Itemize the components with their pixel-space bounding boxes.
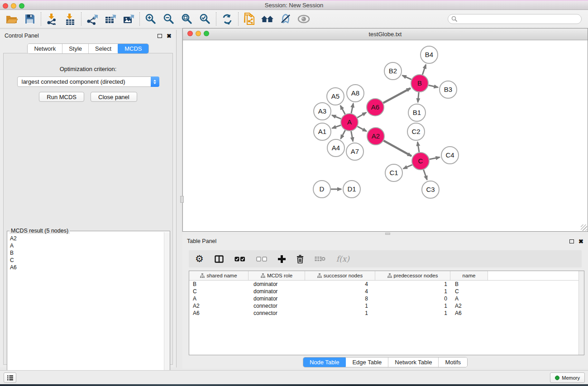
table-row[interactable]: Adominator80A: [189, 295, 584, 302]
cell-name[interactable]: C: [450, 288, 488, 295]
node-D1[interactable]: D1: [343, 181, 360, 198]
table-row[interactable]: A2connector11A2: [189, 302, 584, 310]
column-header-successor-nodes[interactable]: successor nodes: [305, 271, 375, 280]
add-icon[interactable]: [278, 255, 286, 263]
mcds-result-item[interactable]: A2: [10, 235, 164, 242]
search-input[interactable]: [448, 14, 582, 24]
node-A8[interactable]: A8: [347, 85, 364, 102]
table-row[interactable]: Bdominator41B: [189, 281, 584, 288]
node-A6[interactable]: A6: [367, 99, 384, 116]
node-B1[interactable]: B1: [408, 104, 425, 121]
network-canvas[interactable]: B4B2BB3A5A8A6A3B1AA1C2A2A4A7C4CC1C3DD1: [183, 40, 588, 231]
cell-shared-name[interactable]: C: [189, 288, 249, 295]
edge-A-A6[interactable]: [357, 113, 366, 118]
cell-name[interactable]: A: [450, 295, 488, 302]
table-tab-network-table[interactable]: Network Table: [388, 357, 439, 367]
cell-shared-name[interactable]: A6: [189, 310, 249, 316]
table-tab-motifs[interactable]: Motifs: [439, 357, 467, 367]
zoom-fit-icon[interactable]: [178, 11, 196, 27]
export-network-icon[interactable]: [83, 11, 101, 27]
cell-name[interactable]: A2: [450, 303, 488, 309]
eye-icon[interactable]: [295, 11, 313, 27]
open-folder-icon[interactable]: [3, 11, 21, 27]
zoom-in-icon[interactable]: [142, 11, 160, 27]
edge-A-A1[interactable]: [332, 125, 341, 129]
cell-shared-name[interactable]: B: [189, 281, 249, 287]
mcds-result-item[interactable]: B: [10, 249, 164, 257]
cell-successor-nodes[interactable]: 4: [305, 281, 375, 287]
cybrowser-home-icon[interactable]: [258, 11, 277, 27]
new-network-from-selection-icon[interactable]: [240, 11, 258, 27]
zoom-out-icon[interactable]: [160, 11, 178, 27]
table-row[interactable]: Cdominator41C: [189, 288, 584, 295]
edge-A6-B[interactable]: [383, 88, 411, 103]
optimization-criterion-select[interactable]: largest connected component (directed): [17, 76, 159, 87]
import-network-icon[interactable]: [43, 11, 61, 27]
cell-predecessor-nodes[interactable]: 1: [375, 281, 450, 287]
column-header-name[interactable]: name: [450, 271, 488, 280]
cell-mcds-role[interactable]: dominator: [249, 295, 305, 302]
cell-shared-name[interactable]: A: [189, 295, 249, 302]
cell-mcds-role[interactable]: connector: [249, 310, 305, 316]
memory-button[interactable]: Memory: [550, 372, 585, 383]
node-A2[interactable]: A2: [367, 128, 384, 145]
network-left-scrollbar-thumb[interactable]: [180, 196, 184, 203]
network-minimize-button[interactable]: [196, 31, 201, 36]
cell-successor-nodes[interactable]: 8: [305, 295, 375, 302]
node-A5[interactable]: A5: [327, 88, 344, 105]
cell-predecessor-nodes[interactable]: 1: [375, 310, 450, 316]
tab-style[interactable]: Style: [62, 44, 89, 53]
cell-mcds-role[interactable]: dominator: [249, 288, 305, 295]
table-tab-edge-table[interactable]: Edge Table: [346, 357, 388, 367]
select-all-checkboxes-icon[interactable]: [234, 257, 245, 262]
cell-name[interactable]: B: [450, 281, 488, 287]
mcds-result-scrollbar[interactable]: [164, 232, 170, 385]
panel-splitter[interactable]: [182, 232, 588, 235]
deselect-all-checkboxes-icon[interactable]: [256, 257, 267, 262]
edge-C-C4[interactable]: [430, 157, 440, 160]
node-C3[interactable]: C3: [422, 181, 439, 198]
mcds-result-item[interactable]: A6: [10, 264, 164, 271]
export-image-icon[interactable]: [120, 11, 138, 27]
node-C1[interactable]: C1: [385, 164, 402, 181]
refresh-icon[interactable]: [218, 11, 236, 27]
edge-A-A4[interactable]: [341, 130, 345, 139]
edge-A-A8[interactable]: [351, 104, 353, 114]
gear-icon[interactable]: ⚙: [195, 254, 204, 263]
cell-successor-nodes[interactable]: 4: [305, 288, 375, 295]
network-close-button[interactable]: [187, 31, 193, 36]
mcds-result-item[interactable]: C: [10, 257, 164, 264]
edge-C-C3[interactable]: [424, 170, 427, 180]
tab-select[interactable]: Select: [89, 44, 118, 53]
table-row[interactable]: A6connector11A6: [189, 310, 584, 317]
cell-name[interactable]: A6: [450, 310, 488, 316]
edge-A2-C[interactable]: [383, 141, 411, 156]
run-mcds-button[interactable]: Run MCDS: [39, 92, 84, 102]
cell-successor-nodes[interactable]: 1: [305, 303, 375, 309]
column-icon[interactable]: [215, 255, 224, 263]
minimize-window-button[interactable]: [11, 3, 16, 9]
edge-B-B3[interactable]: [429, 85, 438, 87]
close-panel-icon[interactable]: ✖: [578, 239, 583, 243]
edge-A-A7[interactable]: [351, 131, 353, 142]
edge-A-A2[interactable]: [358, 126, 367, 131]
node-B2[interactable]: B2: [384, 62, 402, 80]
edge-C-C1[interactable]: [403, 165, 412, 169]
import-table-icon[interactable]: [61, 11, 79, 27]
table-scrollbar[interactable]: [578, 271, 584, 355]
node-A3[interactable]: A3: [314, 103, 331, 120]
network-resize-grip-icon[interactable]: [581, 224, 587, 231]
cell-mcds-role[interactable]: connector: [249, 303, 305, 309]
node-C[interactable]: C: [412, 152, 429, 170]
float-panel-icon[interactable]: [569, 239, 574, 243]
node-C4[interactable]: C4: [441, 147, 459, 164]
node-A1[interactable]: A1: [314, 123, 331, 140]
table-tab-node-table[interactable]: Node Table: [303, 357, 347, 367]
cell-predecessor-nodes[interactable]: 1: [375, 288, 450, 295]
edge-A-A5[interactable]: [340, 105, 345, 114]
node-D[interactable]: D: [313, 181, 330, 198]
show-task-history-button[interactable]: [4, 372, 16, 383]
edge-C-C2[interactable]: [417, 142, 419, 152]
float-panel-icon[interactable]: [158, 34, 162, 38]
cell-shared-name[interactable]: A2: [189, 303, 249, 309]
